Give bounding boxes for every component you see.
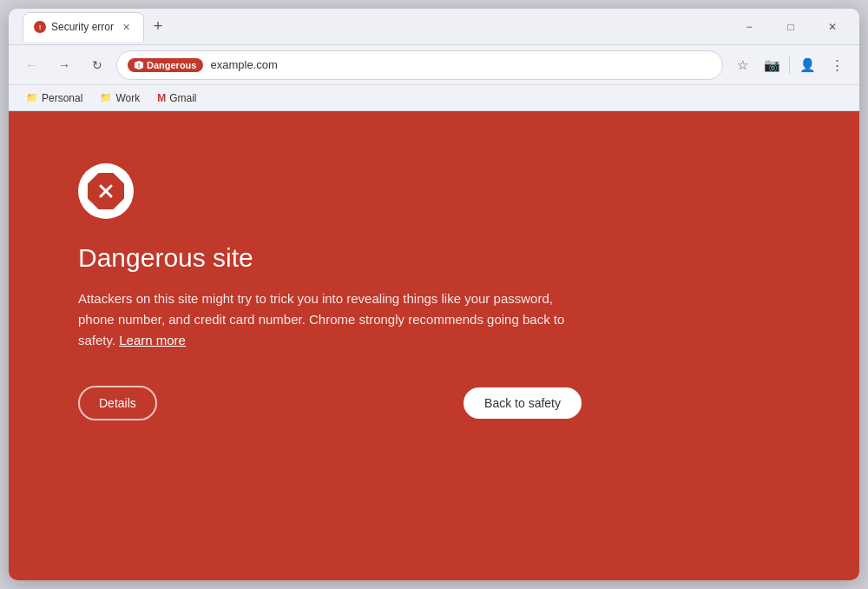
error-container: Dangerous site Attackers on this site mi… (78, 163, 582, 420)
title-bar: ! Security error ✕ + − □ ✕ (9, 9, 859, 45)
folder-icon: 📁 (26, 92, 38, 103)
tab-close-button[interactable]: ✕ (119, 20, 133, 34)
svg-text:!: ! (39, 23, 42, 31)
gmail-icon: M (157, 92, 166, 104)
title-bar-right: − □ ✕ (729, 12, 852, 42)
active-tab: ! Security error ✕ (23, 12, 144, 42)
details-button[interactable]: Details (78, 386, 157, 420)
tab-title: Security error (51, 21, 114, 33)
minimize-button[interactable]: − (729, 12, 769, 42)
extension-button[interactable]: 📷 (758, 51, 786, 79)
browser-window: ! Security error ✕ + − □ ✕ ← → ↻ ! D (9, 9, 859, 580)
svg-text:!: ! (138, 62, 141, 69)
stop-icon (88, 173, 124, 209)
error-title: Dangerous site (78, 243, 582, 273)
dangerous-badge: ! Dangerous (128, 58, 203, 72)
bookmark-button[interactable]: ☆ (728, 51, 756, 79)
profile-button[interactable]: 👤 (793, 51, 821, 79)
url-container[interactable]: ! Dangerous example.com (116, 50, 723, 80)
url-text: example.com (210, 58, 712, 71)
learn-more-link[interactable]: Learn more (119, 333, 186, 347)
error-icon-circle (78, 163, 134, 219)
bookmark-personal-label: Personal (42, 92, 82, 104)
bookmark-work-label: Work (115, 92, 140, 104)
address-bar-right: ☆ 📷 👤 ⋮ (728, 51, 851, 79)
error-actions: Details Back to safety (78, 386, 582, 420)
shield-icon: ! (135, 61, 143, 69)
bookmarks-bar: 📁 Personal 📁 Work M Gmail (9, 85, 859, 111)
x-icon (95, 181, 116, 202)
bookmark-gmail-label: Gmail (169, 92, 196, 104)
back-button[interactable]: ← (17, 51, 45, 79)
error-description: Attackers on this site might try to tric… (78, 288, 582, 351)
tab-strip: ! Security error ✕ + (23, 12, 726, 42)
page-content: Dangerous site Attackers on this site mi… (9, 111, 859, 580)
toolbar-divider (789, 56, 790, 74)
forward-button[interactable]: → (50, 51, 78, 79)
bookmark-gmail[interactable]: M Gmail (150, 90, 203, 106)
menu-button[interactable]: ⋮ (823, 51, 851, 79)
back-to-safety-button[interactable]: Back to safety (464, 387, 582, 419)
close-button[interactable]: ✕ (812, 12, 852, 42)
bookmark-personal[interactable]: 📁 Personal (19, 90, 89, 106)
folder-icon-2: 📁 (100, 92, 112, 103)
address-bar: ← → ↻ ! Dangerous example.com ☆ 📷 👤 ⋮ (9, 45, 859, 85)
tab-favicon: ! (34, 21, 46, 33)
bookmark-work[interactable]: 📁 Work (93, 90, 147, 106)
dangerous-label: Dangerous (147, 60, 196, 70)
reload-button[interactable]: ↻ (83, 51, 111, 79)
maximize-button[interactable]: □ (771, 12, 811, 42)
new-tab-button[interactable]: + (146, 15, 170, 39)
